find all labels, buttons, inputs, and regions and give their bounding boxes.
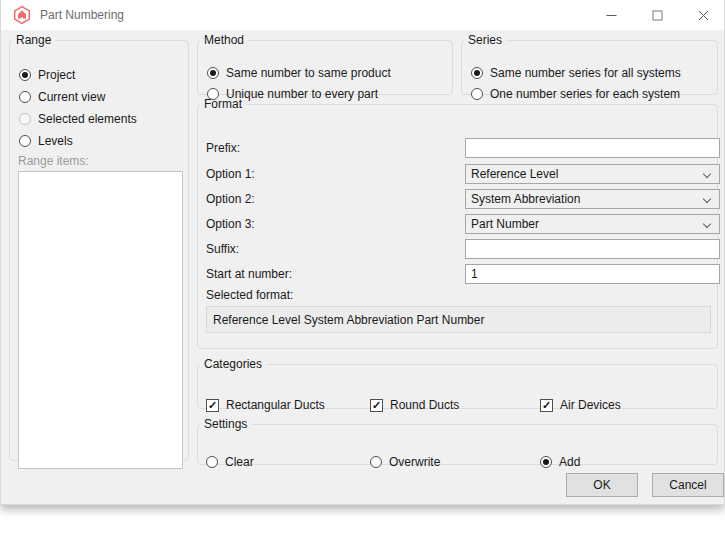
radio-project[interactable]: Project: [19, 67, 75, 83]
checkbox-air-devices[interactable]: ✓ Air Devices: [540, 397, 621, 413]
prefix-label: Prefix:: [206, 141, 240, 155]
suffix-input[interactable]: [465, 239, 720, 259]
option1-value: Reference Level: [471, 167, 558, 181]
ok-button[interactable]: OK: [566, 473, 638, 497]
maximize-icon: [652, 10, 663, 21]
radio-same-series-all-systems[interactable]: Same number series for all systems: [471, 65, 681, 81]
chevron-down-icon: [703, 170, 711, 178]
settings-group-legend: Settings: [200, 417, 251, 431]
series-group-legend: Series: [464, 33, 506, 47]
radio-icon: [19, 135, 31, 147]
radio-selected-elements: Selected elements: [19, 111, 137, 127]
radio-icon: [19, 69, 31, 81]
radio-label: Levels: [38, 134, 73, 148]
radio-current-view[interactable]: Current view: [19, 89, 105, 105]
option1-label: Option 1:: [206, 167, 255, 181]
radio-icon: [540, 456, 552, 468]
option3-label: Option 3:: [206, 217, 255, 231]
checkbox-label: Round Ducts: [390, 398, 459, 412]
range-items-listbox[interactable]: [18, 171, 183, 469]
settings-group: Settings Clear Overwrite Add: [197, 417, 718, 465]
start-at-number-label: Start at number:: [206, 267, 292, 281]
radio-same-number-same-product[interactable]: Same number to same product: [207, 65, 391, 81]
checkbox-rectangular-ducts[interactable]: ✓ Rectangular Ducts: [206, 397, 325, 413]
radio-overwrite[interactable]: Overwrite: [370, 454, 440, 470]
app-logo-icon: [12, 5, 32, 25]
option2-label: Option 2:: [206, 192, 255, 206]
minimize-button[interactable]: [588, 0, 634, 30]
chevron-down-icon: [703, 220, 711, 228]
checkbox-label: Rectangular Ducts: [226, 398, 325, 412]
checkbox-icon: ✓: [206, 399, 219, 412]
radio-icon: [206, 456, 218, 468]
radio-icon: [207, 67, 219, 79]
checkbox-icon: ✓: [370, 399, 383, 412]
window-title: Part Numbering: [40, 8, 124, 22]
radio-add[interactable]: Add: [540, 454, 580, 470]
method-group-legend: Method: [200, 33, 248, 47]
radio-label: Same number series for all systems: [490, 66, 681, 80]
series-group: Series Same number series for all system…: [461, 33, 718, 95]
radio-label: Selected elements: [38, 112, 137, 126]
format-group-legend: Format: [200, 97, 246, 111]
checkbox-round-ducts[interactable]: ✓ Round Ducts: [370, 397, 459, 413]
start-at-number-input[interactable]: [465, 264, 720, 284]
radio-icon: [19, 113, 31, 125]
close-icon: [698, 10, 709, 21]
radio-label: Current view: [38, 90, 105, 104]
method-group: Method Same number to same product Uniqu…: [197, 33, 453, 95]
radio-icon: [471, 67, 483, 79]
radio-label: Same number to same product: [226, 66, 391, 80]
range-group-legend: Range: [12, 33, 55, 47]
selected-format-label: Selected format:: [206, 288, 293, 302]
minimize-icon: [606, 10, 617, 21]
range-items-label: Range items:: [18, 154, 89, 168]
categories-group-legend: Categories: [200, 357, 266, 371]
close-button[interactable]: [680, 0, 725, 30]
option3-value: Part Number: [471, 217, 539, 231]
radio-levels[interactable]: Levels: [19, 133, 73, 149]
radio-label: Add: [559, 455, 580, 469]
cancel-button[interactable]: Cancel: [652, 473, 724, 497]
option3-dropdown[interactable]: Part Number: [465, 214, 720, 234]
format-group: Format Prefix: Option 1: Reference Level…: [197, 97, 718, 349]
maximize-button[interactable]: [634, 0, 680, 30]
option2-dropdown[interactable]: System Abbreviation: [465, 189, 720, 209]
range-group: Range Project Current view Selected elem…: [9, 33, 189, 461]
titlebar[interactable]: Part Numbering: [1, 0, 724, 30]
selected-format-value: Reference Level System Abbreviation Part…: [213, 313, 484, 327]
checkbox-icon: ✓: [540, 399, 553, 412]
selected-format-box: Reference Level System Abbreviation Part…: [206, 306, 711, 333]
radio-label: Project: [38, 68, 75, 82]
checkbox-label: Air Devices: [560, 398, 621, 412]
radio-label: Clear: [225, 455, 254, 469]
radio-clear[interactable]: Clear: [206, 454, 254, 470]
radio-icon: [19, 91, 31, 103]
suffix-label: Suffix:: [206, 242, 239, 256]
option1-dropdown[interactable]: Reference Level: [465, 164, 720, 184]
radio-icon: [370, 456, 382, 468]
part-numbering-dialog: Part Numbering Range Project Curren: [0, 0, 725, 505]
categories-group: Categories ✓ Rectangular Ducts ✓ Round D…: [197, 357, 718, 409]
chevron-down-icon: [703, 195, 711, 203]
prefix-input[interactable]: [465, 138, 720, 158]
option2-value: System Abbreviation: [471, 192, 580, 206]
radio-label: Overwrite: [389, 455, 440, 469]
